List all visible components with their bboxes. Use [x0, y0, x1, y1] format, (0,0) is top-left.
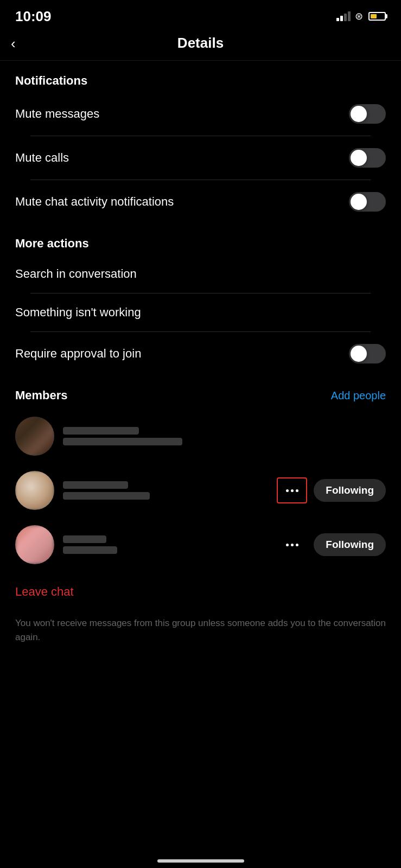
member-name-block: [63, 535, 268, 554]
page-title: Details: [177, 35, 224, 52]
member-handle-blur: [63, 492, 150, 500]
require-approval-label: Require approval to join: [15, 347, 141, 361]
member-name-block: [63, 481, 268, 500]
mute-chat-row: Mute chat activity notifications: [15, 180, 386, 224]
dot: [291, 544, 294, 546]
avatar: [15, 417, 54, 456]
header: ‹ Details: [0, 29, 401, 61]
wifi-icon: ⊛: [355, 10, 363, 22]
something-wrong-label: Something isn't working: [15, 305, 141, 320]
notifications-section: Notifications: [0, 61, 401, 88]
more-actions-section: More actions: [0, 224, 401, 251]
status-icons: ⊛: [336, 10, 386, 22]
battery-icon: [368, 12, 386, 21]
following-button[interactable]: Following: [314, 479, 386, 502]
more-actions-settings: Search in conversation Something isn't w…: [0, 255, 401, 375]
more-options-button[interactable]: [277, 532, 307, 558]
following-button[interactable]: Following: [314, 533, 386, 556]
member-name-blur: [63, 481, 128, 489]
require-approval-toggle[interactable]: [349, 344, 386, 363]
dot: [296, 489, 298, 492]
member-info: [63, 427, 386, 445]
mute-messages-row: Mute messages: [15, 92, 386, 136]
back-button[interactable]: ‹: [11, 36, 16, 50]
list-item: Following: [0, 518, 401, 572]
add-people-button[interactable]: Add people: [331, 390, 386, 402]
members-section-header: Members Add people: [0, 375, 401, 409]
list-item: Following: [0, 463, 401, 518]
mute-chat-toggle[interactable]: [349, 192, 386, 212]
signal-icon: [336, 11, 351, 21]
mute-messages-toggle[interactable]: [349, 104, 386, 124]
member-info: [63, 535, 268, 554]
search-conversation-label: Search in conversation: [15, 267, 137, 281]
member-name-blur: [63, 427, 139, 435]
mute-messages-label: Mute messages: [15, 107, 99, 121]
mute-calls-row: Mute calls: [15, 136, 386, 180]
member-actions: Following: [277, 477, 386, 503]
search-conversation-row[interactable]: Search in conversation: [15, 255, 386, 293]
status-time: 10:09: [15, 8, 52, 25]
dot: [296, 544, 298, 546]
dot: [291, 489, 294, 492]
footer-note: You won't receive messages from this gro…: [0, 612, 401, 661]
mute-chat-label: Mute chat activity notifications: [15, 195, 174, 209]
home-indicator: [157, 859, 244, 863]
something-wrong-row[interactable]: Something isn't working: [15, 293, 386, 331]
avatar: [15, 525, 54, 564]
more-actions-header: More actions: [15, 237, 386, 251]
more-options-button[interactable]: [277, 477, 307, 503]
member-name-blur: [63, 535, 106, 543]
notifications-settings: Mute messages Mute calls Mute chat activ…: [0, 92, 401, 224]
mute-calls-toggle[interactable]: [349, 148, 386, 168]
dot: [286, 489, 289, 492]
member-handle-blur: [63, 546, 117, 554]
member-handle-blur: [63, 438, 182, 445]
member-info: [63, 481, 268, 500]
require-approval-row: Require approval to join: [15, 332, 386, 375]
members-title: Members: [15, 388, 68, 403]
avatar: [15, 471, 54, 510]
mute-calls-label: Mute calls: [15, 151, 69, 165]
notifications-section-header: Notifications: [15, 74, 386, 88]
leave-chat-button[interactable]: Leave chat: [0, 572, 401, 612]
list-item: [0, 409, 401, 463]
member-actions: Following: [277, 532, 386, 558]
member-name-block: [63, 427, 386, 445]
status-bar: 10:09 ⊛: [0, 0, 401, 29]
dot: [286, 544, 289, 546]
